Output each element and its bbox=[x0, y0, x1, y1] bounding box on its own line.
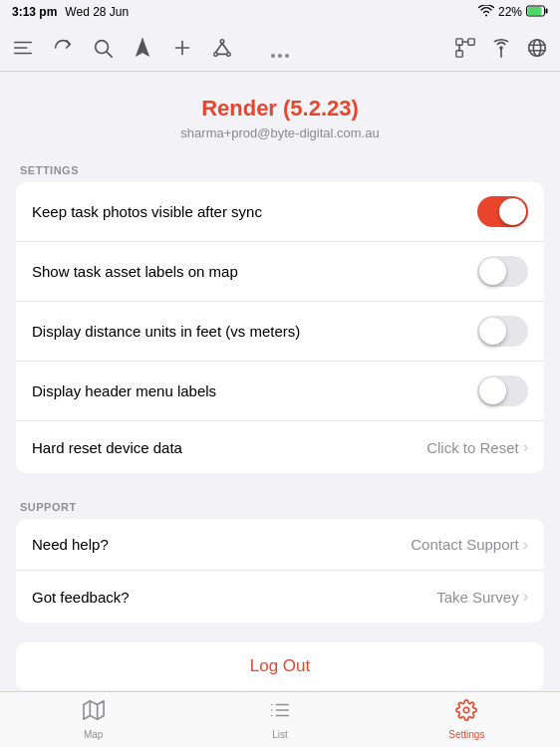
map-tab-label: Map bbox=[84, 729, 103, 740]
units-label: Display distance units in feet (vs meter… bbox=[32, 323, 477, 340]
support-row-help[interactable]: Need help? Contact Support › bbox=[16, 519, 544, 571]
status-time: 3:13 pm bbox=[12, 5, 57, 19]
support-group: Need help? Contact Support › Got feedbac… bbox=[16, 519, 544, 622]
settings-tab-label: Settings bbox=[448, 729, 484, 740]
header-toggle[interactable] bbox=[477, 375, 528, 406]
help-label: Need help? bbox=[32, 536, 411, 553]
svg-point-37 bbox=[464, 707, 470, 713]
settings-row-photos: Keep task photos visible after sync bbox=[16, 182, 544, 242]
feedback-label: Got feedback? bbox=[32, 589, 436, 606]
settings-section-label: SETTINGS bbox=[0, 156, 560, 182]
antenna-icon[interactable] bbox=[490, 37, 512, 59]
feedback-chevron-icon: › bbox=[523, 588, 528, 606]
photos-toggle[interactable] bbox=[477, 196, 528, 227]
reset-label: Hard reset device data bbox=[32, 439, 426, 456]
search-icon[interactable] bbox=[92, 37, 114, 59]
status-icons: 22% bbox=[478, 5, 548, 19]
svg-rect-1 bbox=[546, 9, 548, 14]
labels-label: Show task asset labels on map bbox=[32, 263, 477, 280]
settings-group: Keep task photos visible after sync Show… bbox=[16, 182, 544, 473]
help-chevron-icon: › bbox=[523, 536, 528, 554]
svg-line-15 bbox=[222, 43, 228, 52]
svg-rect-2 bbox=[528, 7, 542, 15]
reset-action[interactable]: Click to Reset › bbox=[426, 438, 528, 456]
settings-row-labels: Show task asset labels on map bbox=[16, 242, 544, 302]
tab-bar: Map List Setti bbox=[0, 691, 560, 747]
units-toggle[interactable] bbox=[477, 316, 528, 347]
network-icon[interactable] bbox=[211, 37, 233, 59]
svg-rect-18 bbox=[468, 38, 474, 44]
app-title: Render (5.2.23) bbox=[16, 96, 544, 122]
app-title-section: Render (5.2.23) sharma+prod@byte-digital… bbox=[0, 72, 560, 156]
settings-tab-icon bbox=[455, 699, 477, 726]
wifi-icon bbox=[478, 5, 494, 19]
add-icon[interactable] bbox=[171, 37, 193, 59]
list-tab-icon bbox=[269, 699, 291, 726]
support-section-label: SUPPORT bbox=[0, 493, 560, 519]
header-label: Display header menu labels bbox=[32, 382, 477, 399]
battery-percentage: 22% bbox=[498, 5, 522, 19]
svg-line-14 bbox=[216, 43, 222, 52]
refresh-icon[interactable] bbox=[52, 37, 74, 59]
header-toggle-slider bbox=[477, 375, 528, 406]
labels-toggle[interactable] bbox=[477, 256, 528, 287]
list-tab-label: List bbox=[272, 729, 288, 740]
svg-point-25 bbox=[533, 39, 540, 56]
settings-row-units: Display distance units in feet (vs meter… bbox=[16, 302, 544, 362]
photos-label: Keep task photos visible after sync bbox=[32, 203, 477, 220]
support-row-feedback[interactable]: Got feedback? Take Survey › bbox=[16, 571, 544, 622]
help-action[interactable]: Contact Support › bbox=[411, 536, 528, 554]
status-bar: 3:13 pm Wed 28 Jun 22% bbox=[0, 0, 560, 24]
bottom-bar: Render - Block Island Demo Map bbox=[0, 720, 560, 747]
location-icon[interactable] bbox=[132, 37, 153, 59]
svg-marker-28 bbox=[84, 701, 104, 719]
tab-map[interactable]: Map bbox=[0, 699, 186, 740]
feedback-action[interactable]: Take Survey › bbox=[436, 588, 528, 606]
labels-toggle-slider bbox=[477, 256, 528, 287]
app-email: sharma+prod@byte-digital.com.au bbox=[16, 125, 544, 140]
grid-connect-icon[interactable] bbox=[454, 37, 476, 59]
tab-settings[interactable]: Settings bbox=[374, 699, 560, 740]
svg-point-23 bbox=[499, 46, 503, 50]
logout-section: Log Out bbox=[0, 642, 560, 691]
svg-rect-19 bbox=[456, 50, 462, 56]
battery-icon bbox=[526, 5, 548, 19]
units-toggle-slider bbox=[477, 316, 528, 347]
tab-list[interactable]: List bbox=[186, 699, 373, 740]
svg-rect-17 bbox=[456, 38, 462, 44]
map-tab-icon bbox=[83, 699, 105, 726]
settings-row-reset[interactable]: Hard reset device data Click to Reset › bbox=[16, 421, 544, 473]
main-content: Render (5.2.23) sharma+prod@byte-digital… bbox=[0, 72, 560, 691]
svg-line-7 bbox=[107, 52, 112, 57]
menu-icon[interactable] bbox=[12, 37, 34, 59]
settings-row-header: Display header menu labels bbox=[16, 362, 544, 421]
logout-button[interactable]: Log Out bbox=[16, 642, 544, 690]
svg-marker-8 bbox=[137, 38, 149, 55]
reset-chevron-icon: › bbox=[523, 438, 528, 456]
dots-menu[interactable] bbox=[271, 54, 289, 58]
svg-point-24 bbox=[529, 39, 546, 56]
photos-toggle-slider bbox=[477, 196, 528, 227]
globe-icon[interactable] bbox=[526, 37, 548, 59]
status-date: Wed 28 Jun bbox=[65, 5, 129, 19]
nav-bar bbox=[0, 24, 560, 72]
